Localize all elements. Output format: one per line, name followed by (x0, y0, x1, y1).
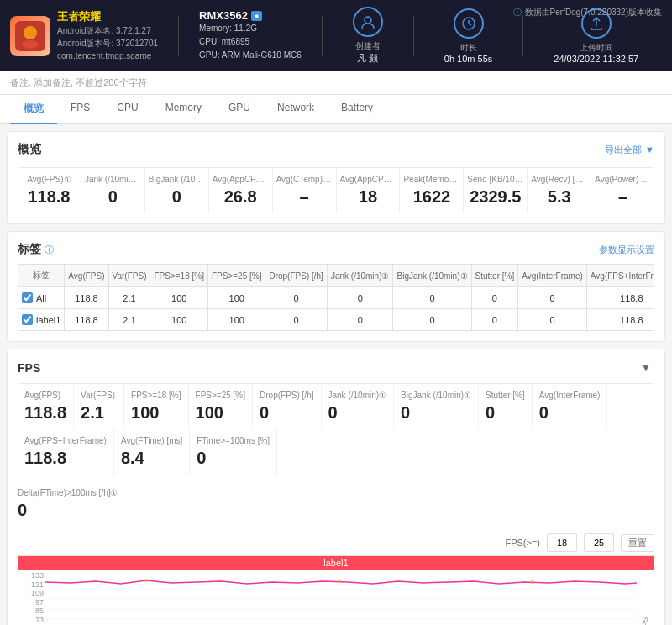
labels-table: 标签Avg(FPS)Var(FPS)FPS>=18 [%]FPS>=25 [%]… (18, 264, 654, 331)
fps-collapse-button[interactable]: ▼ (638, 360, 654, 376)
fps-stat-label: Avg(FPS) (24, 391, 66, 400)
stat-label: Avg(FPS)① (21, 175, 77, 184)
fps-stat-value: 0 (486, 403, 525, 423)
fps-threshold-input-2[interactable] (584, 533, 614, 552)
game-android-version: Android版本名: 3.72.1.27 (57, 24, 158, 37)
fps-delta-row: Delta(FTime)>100ms [/h]① 0 (18, 485, 654, 527)
overview-title: 概览 (18, 142, 41, 157)
tab-gpu[interactable]: GPU (215, 95, 264, 124)
y-axis-tick: 85 (20, 607, 44, 615)
device-name: RMX3562 ● (199, 9, 302, 22)
fps-stat-label: Avg(FPS+InterFrame) (24, 436, 107, 445)
y-axis-label: FPS (637, 570, 654, 625)
table-header: Stutter [%] (471, 265, 518, 287)
fps-stat-value: 118.8 (24, 403, 66, 423)
divider-1 (178, 15, 179, 57)
fps-stat-item: BigJank (/10min)①0 (394, 384, 479, 429)
fps-stat-item: Avg(FTime) [ms]8.4 (114, 429, 190, 475)
overview-stat-item: Avg(AppCPU) [%]①26.8 (209, 168, 273, 213)
labels-info-icon: ⓘ (45, 244, 54, 256)
stat-label: Jank (/10min)① (85, 175, 141, 184)
table-row: All118.82.110010000000118.88.4000 (18, 287, 655, 309)
tab-battery[interactable]: Battery (328, 95, 386, 124)
y-axis: 13312110997857361493724120 (18, 570, 45, 625)
creator-stat: 创建者 凡 颢 (343, 7, 393, 65)
fps-section: FPS ▼ Avg(FPS)118.8Var(FPS)2.1FPS>=18 [%… (7, 349, 665, 625)
stat-value: – (595, 187, 651, 207)
tab-network[interactable]: Network (264, 95, 328, 124)
fps-stat-label: FPS>=18 [%] (131, 391, 181, 400)
overview-stat-item: Peak(Memory) [MB]1622 (400, 168, 464, 213)
tab-memory[interactable]: Memory (152, 95, 215, 124)
table-cell-checkbox[interactable]: All (18, 287, 65, 309)
table-cell: 0 (393, 287, 471, 309)
stat-value: 2329.5 (467, 187, 523, 207)
svg-point-10 (338, 580, 341, 583)
stat-label: Avg(Power) [mW]① (595, 175, 651, 184)
fps-stat-label: FTime>=100ms [%] (197, 436, 270, 445)
table-cell-checkbox[interactable]: label1 (18, 309, 65, 331)
fps-stat-label: Var(FPS) (81, 391, 117, 400)
tab-overview[interactable]: 概览 (10, 95, 57, 124)
overview-stat-item: Avg(Power) [mW]①– (591, 168, 654, 213)
fps-stat-value: 0 (401, 403, 471, 423)
stat-value: 1622 (403, 187, 459, 207)
table-row: label1118.82.110010000000118.88.4000 (18, 309, 655, 331)
device-cpu: CPU: mt6895 (199, 35, 302, 49)
fps-section-header: FPS ▼ (18, 360, 654, 376)
fps-reset-button[interactable]: 重置 (621, 534, 654, 552)
fps-stat-value: 118.8 (24, 449, 107, 468)
fps-stat-item: FTime>=100ms [%]0 (190, 429, 277, 475)
stat-value: 118.8 (21, 187, 77, 207)
chart-grid (45, 570, 637, 625)
table-cell: 0 (327, 309, 393, 331)
stat-value: 0 (85, 187, 141, 207)
fps-stat-value: 0 (328, 403, 387, 423)
table-header: FPS>=18 [%] (150, 265, 207, 287)
tab-fps[interactable]: FPS (57, 95, 103, 124)
table-cell: 2.1 (108, 309, 150, 331)
overview-header: 概览 导出全部 ▼ (18, 142, 654, 157)
tab-cpu[interactable]: CPU (103, 95, 151, 124)
fps-stat-item: Drop(FPS) [/h]0 (253, 384, 321, 429)
fps-stat-item: Jank (/10min)①0 (322, 384, 395, 429)
game-icon (10, 16, 50, 56)
stat-label: Avg(CTemp) [°C]① (276, 175, 333, 184)
fps-stat-label: Avg(InterFrame) (539, 391, 601, 400)
table-header: Avg(InterFrame) (518, 265, 587, 287)
fps-stat-item: FPS>=25 [%]100 (189, 384, 253, 429)
table-cell: 0 (393, 309, 471, 331)
table-header: FPS>=25 [%] (207, 265, 265, 287)
y-axis-tick: 121 (20, 580, 44, 589)
fps-stat-item: FPS>=18 [%]100 (124, 384, 188, 429)
overview-stat-item: Avg(CTemp) [°C]①– (273, 168, 337, 213)
game-info: 王者荣耀 Android版本名: 3.72.1.27 Android版本号: 3… (10, 9, 158, 62)
stat-value: 0 (149, 187, 205, 207)
chart-inner (45, 570, 637, 625)
fps-stat-label: Avg(FTime) [ms] (121, 436, 182, 445)
upload-label: 上传时间 (580, 42, 613, 54)
table-cell: 118.8 (65, 309, 108, 331)
labels-section: 标签 ⓘ 参数显示设置 标签Avg(FPS)Var(FPS)FPS>=18 [%… (7, 231, 665, 342)
duration-label: 时长 (460, 42, 477, 54)
svg-point-11 (531, 580, 534, 584)
fps-stat-value: 100 (196, 403, 245, 423)
fps-stat-label: BigJank (/10min)① (401, 391, 471, 400)
table-cell: 0 (518, 309, 587, 331)
svg-point-2 (22, 40, 39, 49)
overview-stat-item: Avg(AppCPU) [%] Normalized①18 (337, 168, 401, 213)
fps-threshold-input-1[interactable] (547, 533, 577, 552)
export-button[interactable]: 导出全部 ▼ (605, 144, 654, 156)
table-header: Drop(FPS) [/h] (265, 265, 327, 287)
table-cell: 118.8 (586, 309, 654, 331)
settings-link[interactable]: 参数显示设置 (599, 244, 654, 256)
row-checkbox[interactable] (22, 292, 33, 303)
note-bar[interactable]: 备注: 添加备注, 不超过200个字符 (0, 71, 672, 95)
table-cell: 0 (265, 309, 327, 331)
creator-value: 凡 颢 (357, 52, 378, 65)
row-checkbox[interactable] (22, 314, 33, 325)
fps-stat-item: Avg(FPS+InterFrame)118.8 (18, 429, 114, 475)
fps-title: FPS (18, 361, 40, 375)
row-label: All (36, 293, 46, 303)
table-header: Jank (/10min)① (327, 265, 393, 287)
